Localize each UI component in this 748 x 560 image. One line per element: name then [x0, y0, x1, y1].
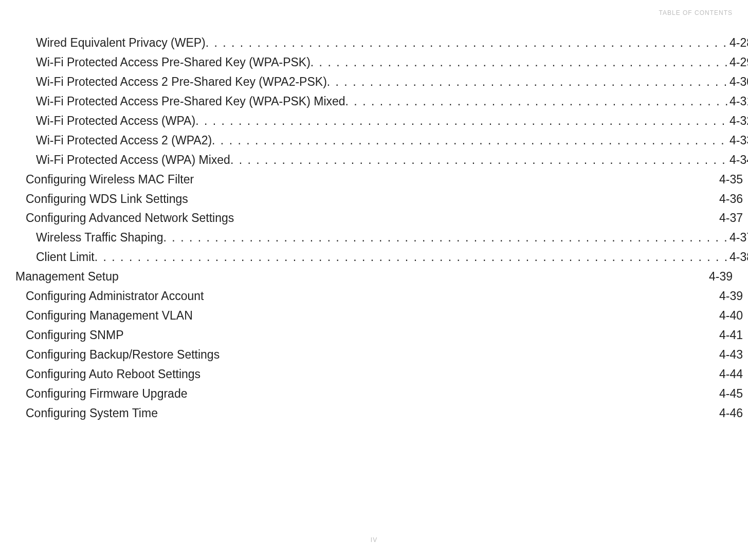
toc-entry-page: 4-39 [717, 287, 743, 306]
toc-entry-title: Wi-Fi Protected Access Pre-Shared Key (W… [36, 92, 345, 111]
toc-leader-dots [95, 248, 727, 267]
toc-entry-title: Configuring Administrator Account [26, 287, 204, 306]
toc-entry: Configuring Firmware Upgrade4-45 [15, 384, 743, 404]
toc-entry-title: Configuring Advanced Network Settings [26, 209, 234, 228]
toc-entry: Wired Equivalent Privacy (WEP)4-28 [15, 33, 748, 53]
toc-entry: Configuring System Time4-46 [15, 404, 743, 423]
toc-leader-dots [311, 53, 727, 72]
toc-entry-page: 4-45 [717, 384, 743, 404]
toc-entry-title: Management Setup [15, 267, 119, 287]
toc-entry-page: 4-38 [727, 248, 748, 267]
toc-entry-title: Wi-Fi Protected Access (WPA) Mixed [36, 151, 230, 170]
toc-entry-page: 4-37 [727, 228, 748, 248]
toc-entry: Wi-Fi Protected Access (WPA)4-32 [15, 111, 748, 131]
toc-entry: Client Limit4-38 [15, 248, 748, 267]
toc-entry-page: 4-28 [727, 33, 748, 53]
toc-entry: Management Setup4-39 [15, 267, 733, 287]
toc-entry-title: Configuring SNMP [26, 326, 123, 345]
toc-entry: Wireless Traffic Shaping4-37 [15, 228, 748, 248]
toc-entry-page: 4-29 [727, 53, 748, 72]
toc-entry-page: 4-32 [727, 111, 748, 131]
toc-entry-page: 4-34 [727, 151, 748, 170]
toc-entry-page: 4-33 [727, 131, 748, 151]
toc-entry: Configuring Wireless MAC Filter4-35 [15, 170, 743, 190]
toc-entry-title: Configuring Management VLAN [26, 306, 193, 326]
toc-entry-title: Wired Equivalent Privacy (WEP) [36, 33, 206, 53]
toc-entry-title: Wi-Fi Protected Access 2 (WPA2) [36, 131, 212, 151]
toc-entry-page: 4-43 [717, 345, 743, 365]
page-number: IV [371, 536, 377, 544]
toc-entry-title: Configuring System Time [26, 404, 158, 423]
toc-entry-page: 4-44 [717, 365, 743, 384]
toc-entry-page: 4-30 [727, 72, 748, 92]
toc-entry-title: Wi-Fi Protected Access Pre-Shared Key (W… [36, 53, 311, 72]
toc-entry-title: Wireless Traffic Shaping [36, 228, 163, 248]
toc-entry: Configuring Management VLAN4-40 [15, 306, 743, 326]
toc-entry-page: 4-41 [717, 326, 743, 345]
toc-entry-page: 4-46 [717, 404, 743, 423]
toc-entry: Configuring Backup/Restore Settings4-43 [15, 345, 743, 365]
toc-entry-title: Configuring Wireless MAC Filter [26, 170, 194, 190]
toc-entry: Wi-Fi Protected Access Pre-Shared Key (W… [15, 92, 748, 111]
toc-entry-title: Wi-Fi Protected Access (WPA) [36, 111, 195, 131]
toc-entry: Wi-Fi Protected Access Pre-Shared Key (W… [15, 53, 748, 72]
toc-entry: Wi-Fi Protected Access (WPA) Mixed4-34 [15, 151, 748, 170]
toc-leader-dots [230, 151, 727, 170]
toc-entry-page: 4-36 [717, 190, 743, 209]
toc-entry-page: 4-37 [717, 209, 743, 228]
toc-leader-dots [327, 72, 727, 92]
toc-entry: Configuring WDS Link Settings4-36 [15, 190, 743, 209]
toc-entry: Configuring Auto Reboot Settings4-44 [15, 365, 743, 384]
document-page: TABLE OF CONTENTS Wired Equivalent Priva… [0, 0, 748, 560]
toc-entry-title: Configuring WDS Link Settings [26, 190, 188, 209]
toc-entry: Wi-Fi Protected Access 2 Pre-Shared Key … [15, 72, 748, 92]
running-header: TABLE OF CONTENTS [659, 9, 733, 16]
toc-entry: Configuring SNMP4-41 [15, 326, 743, 345]
toc-leader-dots [206, 33, 727, 53]
toc-entry-title: Configuring Backup/Restore Settings [26, 345, 220, 365]
toc-leader-dots [212, 131, 727, 151]
toc-entry: Configuring Advanced Network Settings4-3… [15, 209, 743, 228]
toc-leader-dots [345, 92, 727, 111]
toc-entry-title: Configuring Auto Reboot Settings [26, 365, 200, 384]
table-of-contents: Wired Equivalent Privacy (WEP)4-28Wi-Fi … [15, 33, 733, 423]
toc-leader-dots [195, 111, 727, 131]
toc-entry-page: 4-40 [717, 306, 743, 326]
toc-entry-title: Client Limit [36, 248, 95, 267]
toc-entry: Configuring Administrator Account4-39 [15, 287, 743, 306]
toc-entry-title: Configuring Firmware Upgrade [26, 384, 187, 404]
toc-entry-page: 4-39 [707, 267, 733, 287]
toc-entry-title: Wi-Fi Protected Access 2 Pre-Shared Key … [36, 72, 327, 92]
toc-leader-dots [163, 228, 727, 248]
toc-entry: Wi-Fi Protected Access 2 (WPA2)4-33 [15, 131, 748, 151]
toc-entry-page: 4-31 [727, 92, 748, 111]
toc-entry-page: 4-35 [717, 170, 743, 190]
